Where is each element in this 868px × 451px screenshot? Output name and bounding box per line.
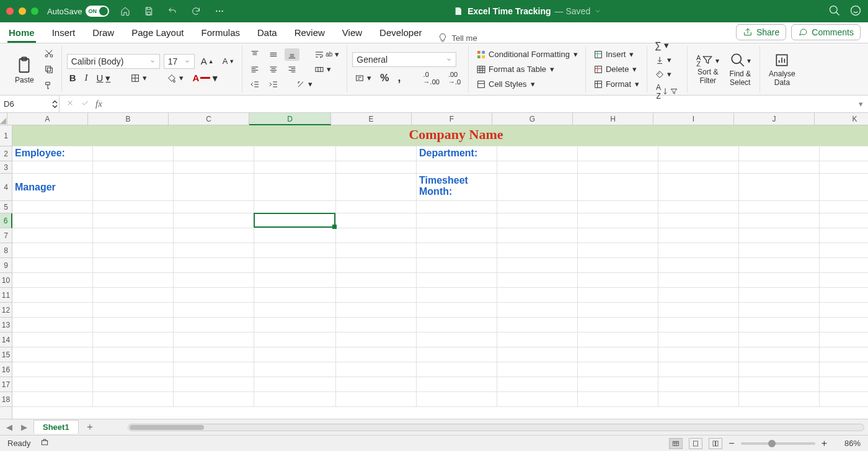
tab-developer[interactable]: Developer bbox=[378, 24, 423, 43]
cell[interactable] bbox=[254, 273, 336, 288]
cell[interactable] bbox=[12, 213, 93, 228]
insert-cells-button[interactable]: Insert▾ bbox=[591, 48, 642, 61]
page-break-view-icon[interactable] bbox=[709, 438, 722, 449]
column-header[interactable]: I bbox=[653, 113, 734, 125]
cell[interactable] bbox=[254, 213, 336, 228]
cell[interactable] bbox=[254, 318, 336, 333]
row-header[interactable]: 9 bbox=[0, 258, 12, 273]
accounting-format-icon[interactable]: ▾ bbox=[352, 72, 374, 84]
row-header[interactable]: 4 bbox=[0, 174, 12, 201]
cell[interactable] bbox=[739, 377, 820, 392]
cell[interactable] bbox=[174, 146, 254, 161]
cell[interactable] bbox=[336, 201, 417, 213]
cell[interactable] bbox=[820, 201, 868, 213]
cell[interactable] bbox=[174, 318, 254, 333]
autosave-control[interactable]: AutoSave ON bbox=[47, 6, 109, 17]
cell[interactable] bbox=[578, 333, 658, 347]
cell[interactable] bbox=[93, 288, 174, 303]
conditional-formatting-button[interactable]: Conditional Formatting▾ bbox=[474, 48, 580, 61]
fill-color-icon[interactable]: ▾ bbox=[164, 72, 186, 84]
row-header[interactable]: 7 bbox=[0, 228, 12, 243]
cell[interactable] bbox=[336, 228, 417, 243]
cell[interactable] bbox=[739, 362, 820, 377]
cell[interactable] bbox=[739, 258, 820, 273]
cell[interactable] bbox=[254, 392, 336, 407]
cell[interactable] bbox=[12, 243, 93, 258]
cell[interactable] bbox=[497, 333, 578, 347]
row-header[interactable]: 8 bbox=[0, 243, 12, 258]
cell[interactable] bbox=[578, 347, 658, 362]
cell[interactable] bbox=[820, 228, 868, 243]
add-sheet-button[interactable]: ＋ bbox=[82, 421, 97, 434]
row-header[interactable]: 15 bbox=[0, 347, 12, 362]
cell[interactable] bbox=[497, 258, 578, 273]
font-size-select[interactable]: 17 bbox=[164, 54, 195, 69]
cell[interactable] bbox=[820, 333, 868, 347]
cell[interactable] bbox=[739, 146, 820, 161]
analyse-data-button[interactable]: Analyse Data bbox=[765, 52, 799, 87]
cell[interactable] bbox=[658, 333, 739, 347]
increase-decimal-icon[interactable]: .0→.00 bbox=[421, 69, 442, 87]
cell[interactable] bbox=[739, 347, 820, 362]
cell[interactable] bbox=[497, 174, 578, 201]
cell[interactable] bbox=[93, 377, 174, 392]
cell[interactable] bbox=[578, 377, 658, 392]
cell[interactable] bbox=[93, 273, 174, 288]
cell[interactable] bbox=[254, 161, 336, 174]
cell[interactable] bbox=[497, 377, 578, 392]
cell[interactable] bbox=[497, 201, 578, 213]
delete-cells-button[interactable]: Delete▾ bbox=[591, 63, 642, 76]
tab-draw[interactable]: Draw bbox=[91, 24, 115, 43]
row-header[interactable]: 3 bbox=[0, 161, 12, 174]
row-header[interactable]: 5 bbox=[0, 201, 12, 213]
more-icon[interactable] bbox=[212, 5, 227, 17]
department-label[interactable]: Department: bbox=[417, 146, 497, 161]
copy-icon[interactable] bbox=[42, 63, 56, 76]
cell[interactable] bbox=[658, 288, 739, 303]
decrease-decimal-icon[interactable]: .00→.0 bbox=[446, 69, 463, 87]
cell[interactable] bbox=[12, 201, 93, 213]
cell[interactable] bbox=[658, 213, 739, 228]
autosum-icon[interactable]: ∑▾ bbox=[652, 38, 682, 52]
increase-indent-icon[interactable] bbox=[266, 78, 281, 91]
enter-formula-icon[interactable] bbox=[81, 99, 89, 109]
cell[interactable] bbox=[93, 228, 174, 243]
cell[interactable] bbox=[497, 161, 578, 174]
tab-home[interactable]: Home bbox=[7, 24, 36, 43]
merge-cells-icon[interactable]: ▾ bbox=[312, 63, 334, 76]
cell[interactable] bbox=[497, 362, 578, 377]
bold-icon[interactable]: B bbox=[67, 71, 79, 84]
cell[interactable] bbox=[578, 174, 658, 201]
cell[interactable] bbox=[578, 201, 658, 213]
clear-icon[interactable]: ▾ bbox=[652, 68, 682, 81]
normal-view-icon[interactable] bbox=[669, 438, 683, 449]
cell[interactable] bbox=[12, 392, 93, 407]
cell[interactable] bbox=[578, 362, 658, 377]
cell[interactable] bbox=[174, 392, 254, 407]
row-header[interactable]: 6 bbox=[0, 213, 12, 228]
cell[interactable] bbox=[658, 377, 739, 392]
minimize-window-icon[interactable] bbox=[19, 7, 26, 15]
cell[interactable] bbox=[417, 288, 497, 303]
borders-icon[interactable]: ▾ bbox=[128, 72, 149, 84]
cell[interactable] bbox=[254, 347, 336, 362]
cell[interactable] bbox=[336, 362, 417, 377]
align-middle-icon[interactable] bbox=[266, 48, 281, 61]
cell[interactable] bbox=[578, 213, 658, 228]
undo-icon[interactable] bbox=[165, 5, 180, 17]
row-header[interactable]: 14 bbox=[0, 333, 12, 347]
cell[interactable] bbox=[254, 258, 336, 273]
cell[interactable] bbox=[658, 303, 739, 318]
cell[interactable] bbox=[336, 318, 417, 333]
cell[interactable] bbox=[174, 161, 254, 174]
comma-icon[interactable]: , bbox=[396, 70, 404, 86]
cell[interactable] bbox=[739, 318, 820, 333]
tab-view[interactable]: View bbox=[341, 24, 363, 43]
format-cells-button[interactable]: Format▾ bbox=[591, 78, 642, 91]
cell[interactable] bbox=[336, 377, 417, 392]
autosave-toggle[interactable]: ON bbox=[86, 6, 109, 17]
name-box-stepper[interactable] bbox=[52, 100, 58, 109]
cell[interactable] bbox=[93, 161, 174, 174]
paste-button[interactable]: Paste bbox=[11, 55, 38, 84]
cell[interactable] bbox=[174, 258, 254, 273]
